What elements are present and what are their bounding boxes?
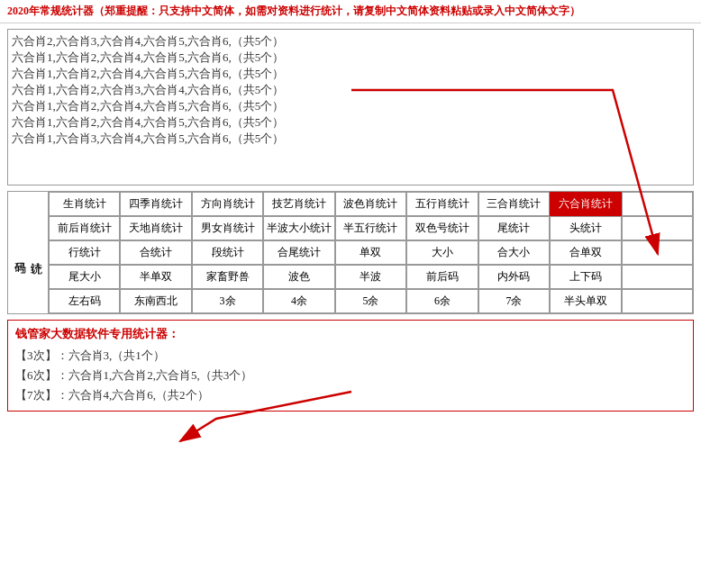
btn-toutongji[interactable]: 头统计: [550, 216, 621, 240]
result-title: 钱管家大数据软件专用统计器：: [15, 326, 686, 342]
btn-jiyixiao[interactable]: 技艺肖统计: [263, 192, 334, 216]
btn-empty4: [622, 265, 693, 289]
btn-weitongji[interactable]: 尾统计: [478, 216, 550, 240]
btn-banbo[interactable]: 半波: [335, 265, 406, 289]
btn-duantongji[interactable]: 段统计: [192, 240, 263, 265]
text-input-area[interactable]: [7, 29, 694, 185]
btn-empty5: [622, 289, 693, 313]
btn-jiachuyeshou[interactable]: 家畜野兽: [192, 265, 263, 289]
btn-3yu[interactable]: 3余: [192, 289, 263, 313]
result-content: 【3次】：六合肖3,（共1个）【6次】：六合肖1,六合肖2,六合肖5,（共3个）…: [15, 346, 686, 405]
page-wrapper: 2020年常规统计器（郑重提醒：只支持中文简体，如需对资料进行统计，请复制中文简…: [0, 0, 701, 412]
btn-hedaxiao[interactable]: 合大小: [478, 240, 550, 265]
btn-tiandixiao[interactable]: 天地肖统计: [120, 216, 191, 240]
main-textarea[interactable]: [12, 33, 689, 177]
btn-empty1: [622, 192, 693, 216]
btn-hedandouble[interactable]: 合单双: [550, 240, 621, 265]
btn-qianhouxiao[interactable]: 前后肖统计: [49, 216, 120, 240]
btn-shengxiao[interactable]: 生肖统计: [49, 192, 120, 216]
result-area: 钱管家大数据软件专用统计器： 【3次】：六合肖3,（共1个）【6次】：六合肖1,…: [7, 320, 694, 412]
btn-hwei[interactable]: 合尾统计: [263, 240, 334, 265]
btn-dandouble[interactable]: 单双: [335, 240, 406, 265]
btn-shangxiama[interactable]: 上下码: [550, 265, 621, 289]
stats-section: 统计号码 生肖统计 四季肖统计 方向肖统计 技艺肖统计 波色肖统计 五行肖统计 …: [7, 191, 694, 314]
btn-wuxingxiao[interactable]: 五行肖统计: [406, 192, 478, 216]
btn-nannvxiao[interactable]: 男女肖统计: [192, 216, 263, 240]
btn-neiwaimma[interactable]: 内外码: [478, 265, 550, 289]
btn-4yu[interactable]: 4余: [263, 289, 334, 313]
btn-bose[interactable]: 波色: [263, 265, 334, 289]
btn-6yu[interactable]: 6余: [406, 289, 478, 313]
btn-5yu[interactable]: 5余: [335, 289, 406, 313]
warning-text: 2020年常规统计器（郑重提醒：只支持中文简体，如需对资料进行统计，请复制中文简…: [7, 5, 580, 17]
btn-shuangsehao[interactable]: 双色号统计: [406, 216, 478, 240]
btn-banwuxing[interactable]: 半五行统计: [335, 216, 406, 240]
btn-sanhexiao[interactable]: 三合肖统计: [478, 192, 550, 216]
btn-daxiao[interactable]: 大小: [406, 240, 478, 265]
btn-bantoudandouble[interactable]: 半头单双: [550, 289, 621, 313]
btn-hetongji[interactable]: 合统计: [120, 240, 191, 265]
top-bar: 2020年常规统计器（郑重提醒：只支持中文简体，如需对资料进行统计，请复制中文简…: [0, 0, 701, 23]
btn-banbodaxiao[interactable]: 半波大小统计: [263, 216, 334, 240]
stats-buttons: 生肖统计 四季肖统计 方向肖统计 技艺肖统计 波色肖统计 五行肖统计 三合肖统计…: [49, 192, 693, 313]
btn-empty3: [622, 240, 693, 265]
btn-sijixiao[interactable]: 四季肖统计: [120, 192, 191, 216]
btn-liuhexiao[interactable]: 六合肖统计: [550, 192, 621, 216]
btn-zuoyouma[interactable]: 左右码: [49, 289, 120, 313]
btn-empty2: [622, 216, 693, 240]
btn-bandandouble[interactable]: 半单双: [120, 265, 191, 289]
btn-dongnanxibei[interactable]: 东南西北: [120, 289, 191, 313]
btn-hangtongji[interactable]: 行统计: [49, 240, 120, 265]
btn-7yu[interactable]: 7余: [478, 289, 550, 313]
btn-weidaxiao[interactable]: 尾大小: [49, 265, 120, 289]
btn-qianhouma[interactable]: 前后码: [406, 265, 478, 289]
btn-bosexiao[interactable]: 波色肖统计: [335, 192, 406, 216]
btn-fangxiangxiao[interactable]: 方向肖统计: [192, 192, 263, 216]
stats-label: 统计号码: [8, 192, 49, 313]
